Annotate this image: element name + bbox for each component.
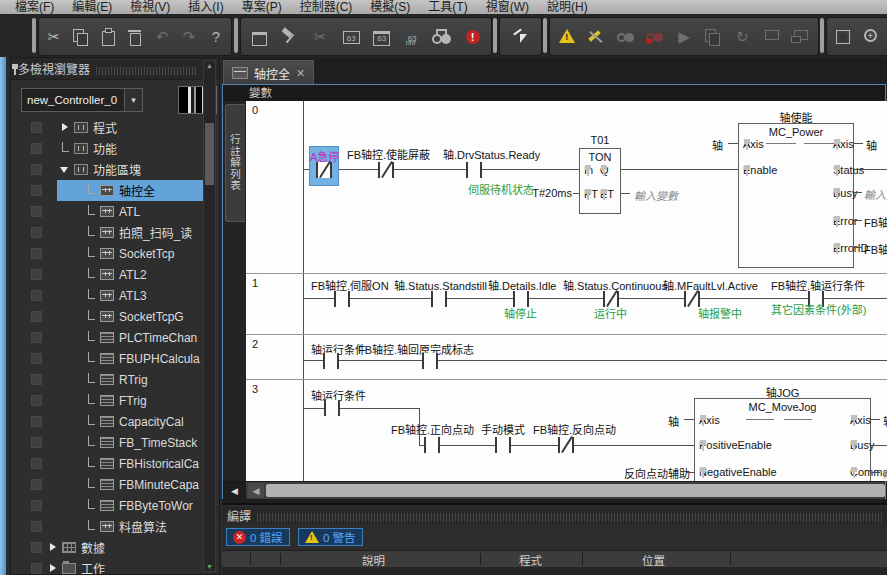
chevron-down-icon[interactable]: ▼ [124, 89, 142, 111]
transfer-to-icon[interactable] [760, 25, 784, 49]
tree-item-capacitycal[interactable]: CapacityCal [11, 411, 219, 432]
axis-output-var[interactable]: 轴 [883, 413, 887, 429]
tree-item-tasks[interactable]: 工作 [11, 558, 219, 574]
scrollbar-thumb[interactable] [266, 484, 885, 497]
tree-twist-icon[interactable] [85, 436, 98, 449]
busy-output-var[interactable]: 輸入變數 [864, 186, 887, 202]
program-mode-icon[interactable] [701, 25, 725, 49]
tree-item-sockettcp[interactable]: SocketTcp [11, 243, 219, 264]
tree-twist-icon[interactable] [85, 352, 98, 365]
tree-item-fb-timestack[interactable]: FB_TimeStack [11, 432, 219, 453]
menu-item[interactable]: 說明(H) [538, 0, 597, 15]
close-icon[interactable]: ✕ [296, 67, 305, 80]
contact-no-standstill[interactable] [431, 291, 447, 307]
scroll-left-icon[interactable]: ◀ [248, 483, 264, 498]
column-location[interactable]: 位置 [642, 552, 665, 568]
tree-twist-icon[interactable] [85, 457, 98, 470]
transfer-from-icon[interactable] [789, 25, 813, 49]
tree-item-tray-algorithm[interactable]: 料盘算法 [11, 516, 219, 537]
error-list-icon[interactable] [461, 25, 485, 49]
tree-twist-icon[interactable] [85, 499, 98, 512]
mc-movejog-block[interactable]: MC_MoveJog Axis PositiveEnable NegativeE… [694, 398, 871, 481]
tree-item-fbuphcalcula[interactable]: FBUPHCalcula [11, 348, 219, 369]
edit-mode-icon[interactable] [509, 25, 533, 49]
tree-item-fbbytetowor[interactable]: FBByteToWor [11, 495, 219, 516]
tree-item-sockettcpg[interactable]: SocketTcpG [11, 306, 219, 327]
scroll-up-icon[interactable]: ▲ [205, 62, 214, 69]
watch-table-icon[interactable] [369, 25, 393, 49]
column-description[interactable]: 說明 [362, 552, 385, 568]
contact-no-homing-done[interactable] [422, 353, 438, 369]
tree-twist-icon[interactable] [85, 394, 98, 407]
tree-item-fbminutecapa[interactable]: FBMinuteCapa [11, 474, 219, 495]
contact-no-manual-mode[interactable] [495, 437, 511, 453]
timer-preset-value[interactable]: T#20ms [506, 187, 572, 199]
menu-item[interactable]: 模擬(S) [361, 0, 419, 15]
watch-window-icon[interactable] [339, 25, 363, 49]
tree-twist-icon[interactable] [85, 247, 98, 260]
paste-icon[interactable] [96, 25, 120, 49]
tree-twist-icon[interactable] [85, 415, 98, 428]
contact-no-servo-on[interactable] [334, 291, 350, 307]
monitor-icon[interactable] [614, 25, 638, 49]
timer-instance-name[interactable]: T01 [579, 134, 621, 146]
tree-item-ftrig[interactable]: FTrig [11, 390, 219, 411]
online-icon[interactable] [555, 25, 579, 49]
negative-enable-var[interactable]: 反向点动辅助 [606, 465, 690, 481]
help-search-icon[interactable]: ? [204, 25, 228, 49]
axis-input-var[interactable]: 轴 [668, 413, 679, 429]
ladder-canvas[interactable]: 0 A急停 FB轴控.使能屏蔽 轴.DrvStatus.Ready 伺服待机状态… [246, 101, 887, 481]
contact-no-drv-ready[interactable] [466, 162, 482, 178]
tab-axis-control[interactable]: 轴控全 ✕ [223, 60, 314, 85]
rung-number[interactable]: 1 [252, 277, 258, 289]
synchronize-icon[interactable]: ↻ [730, 25, 754, 49]
delete-icon[interactable] [123, 25, 147, 49]
controller-selector[interactable]: new_Controller_0 ▼ [21, 88, 143, 112]
tree-item-photo-scan[interactable]: 拍照_扫码_读 [11, 222, 219, 243]
tree-twist-icon[interactable] [85, 478, 98, 491]
errors-filter-button[interactable]: ✕ 0 錯誤 [226, 528, 290, 546]
pin-icon[interactable] [11, 63, 19, 75]
menu-item[interactable]: 視窗(W) [477, 0, 538, 15]
tree-item-atl3[interactable]: ATL3 [11, 285, 219, 306]
menu-item[interactable]: 控制器(C) [291, 0, 362, 15]
tree-twist-icon[interactable] [85, 373, 98, 386]
tree-twist-icon[interactable] [47, 562, 60, 574]
stop-monitor-icon[interactable] [643, 25, 667, 49]
menu-item[interactable]: 插入(I) [179, 0, 232, 15]
tree-item-function-blocks[interactable]: 功能區塊 [11, 159, 219, 180]
scroll-home-icon[interactable]: ◀ [223, 482, 246, 499]
row-comment-list-tab[interactable]: 行註解列表 [225, 104, 245, 222]
tree-twist-icon[interactable] [59, 163, 72, 176]
tree-twist-icon[interactable] [85, 268, 98, 281]
menu-item[interactable]: 專案(P) [233, 0, 291, 15]
contact-no-run-condition[interactable] [323, 353, 339, 369]
contact-no-jog-forward[interactable] [424, 437, 440, 453]
search-icon[interactable] [430, 25, 454, 49]
abort-build-icon[interactable]: ✂ [308, 25, 332, 49]
timer-et-output[interactable]: 輸入變數 [634, 187, 678, 203]
tree-item-plctimechan[interactable]: PLCTimeChan [11, 327, 219, 348]
commandaborted-output-var[interactable]: 輸入變數 [882, 465, 887, 481]
contact-no-run-condition[interactable] [324, 400, 340, 416]
contact-nc-enable-mask[interactable] [378, 162, 394, 178]
menu-item[interactable]: 編輯(E) [63, 0, 121, 15]
zoom-in-icon[interactable] [860, 25, 884, 49]
horizontal-scrollbar[interactable]: ◀ ◀ [223, 481, 885, 499]
cut-icon[interactable]: ✂ [42, 25, 66, 49]
tree-item-functions[interactable]: 功能 [11, 138, 219, 159]
window-icon[interactable] [247, 25, 271, 49]
build-icon[interactable] [278, 25, 302, 49]
tree-twist-icon[interactable] [85, 331, 98, 344]
tree-item-programs[interactable]: 程式 [11, 117, 219, 138]
tree-twist-icon[interactable] [85, 226, 98, 239]
tree-twist-icon[interactable] [85, 310, 98, 323]
tree-item-rtrig[interactable]: RTrig [11, 369, 219, 390]
axis-input-var[interactable]: 轴 [712, 137, 723, 153]
variables-bar[interactable]: 變數 [223, 85, 885, 102]
tree-twist-icon[interactable] [85, 205, 98, 218]
tree-item-atl2[interactable]: ATL2 [11, 264, 219, 285]
axis-output-var[interactable]: 轴 [866, 137, 877, 153]
errorid-output-var[interactable]: FB轴控 [864, 241, 887, 257]
menu-item[interactable]: 檔案(F) [6, 0, 63, 15]
